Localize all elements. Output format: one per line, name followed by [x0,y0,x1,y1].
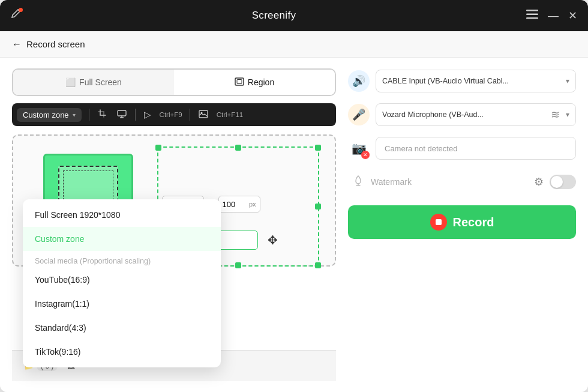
svg-rect-0 [526,10,538,11]
watermark-label: Watermark [371,177,528,187]
left-panel: ⬜ Full Screen Region Custom zone [12,68,336,381]
dropdown-item-instagram[interactable]: Instagram(1:1) [23,292,221,316]
speaker-icon: 🔊 [348,70,370,92]
region-tab-label: Region [248,77,274,87]
sub-header-title: Record screen [26,39,85,49]
zone-dropdown[interactable]: Custom zone ▾ [17,108,82,122]
menu-icon[interactable] [526,10,538,22]
mic-device-select[interactable]: Vozard Microphone (VB-Aud... ≋ ▾ [376,103,576,126]
mode-tabs: ⬜ Full Screen Region [12,68,336,96]
dropdown-item-youtube[interactable]: YouTube(16:9) [23,268,221,292]
handle-top-mid[interactable] [235,145,241,151]
crop-icon[interactable] [94,107,111,123]
dropdown-item-fullscreen[interactable]: Full Screen 1920*1080 [23,203,221,227]
mic-chevron: ▾ [566,110,569,119]
minimize-button[interactable]: — [548,10,559,21]
main-content: ⬜ Full Screen Region Custom zone [0,58,588,392]
svg-rect-5 [118,110,126,116]
right-panel: 🔊 CABLE Input (VB-Audio Virtual Cabl... … [348,68,576,381]
camera-icon-wrap: 📷 ✕ [348,137,370,159]
toolbar-separator-2 [135,109,136,121]
image-icon[interactable] [195,107,212,122]
record-button[interactable]: Record [348,205,576,239]
dropdown-item-tiktok[interactable]: TikTok(9:16) [23,340,221,364]
monitor-icon[interactable] [113,107,130,122]
edit-icon[interactable] [11,9,22,23]
watermark-icon [352,174,365,190]
title-bar-controls: — ✕ [526,10,577,22]
shortcut-f11: Ctrl+F11 [214,111,245,118]
svg-rect-2 [526,17,538,19]
height-input[interactable]: 100 px [218,196,260,213]
mic-icon: 🎤 [348,104,370,125]
fullscreen-tab-icon: ⬜ [65,77,76,87]
watermark-settings-icon[interactable]: ⚙ [534,175,544,188]
audio-chevron: ▾ [566,77,569,85]
region-tab-icon [235,77,244,88]
record-label: Record [453,216,494,229]
shortcut-f9: Ctrl+F9 [157,111,185,118]
title-bar-left [11,9,22,23]
dropdown-item-custom[interactable]: Custom zone [23,227,221,251]
toolbar: Custom zone ▾ ▷ [12,103,336,126]
svg-rect-1 [526,13,538,15]
watermark-row: Watermark ⚙ [348,169,576,194]
app-window: Screenify — ✕ ← Record screen ⬜ [0,0,588,392]
audio-device-row: 🔊 CABLE Input (VB-Audio Virtual Cabl... … [348,68,576,94]
dropdown-menu: Full Screen 1920*1080 Custom zone Social… [23,199,221,367]
camera-label: Camera not detected [385,144,457,153]
move-icon[interactable]: ✥ [268,233,278,247]
handle-bottom-mid[interactable] [235,262,241,268]
handle-top-right[interactable] [315,145,321,151]
camera-row: 📷 ✕ Camera not detected [348,136,576,161]
play-icon[interactable]: ▷ [140,107,155,122]
zone-dropdown-chevron: ▾ [73,112,76,118]
camera-button[interactable]: Camera not detected [376,137,576,160]
tab-fullscreen[interactable]: ⬜ Full Screen [13,70,174,95]
zone-dropdown-label: Custom zone [23,110,69,119]
dropdown-section-social: Social media (Proportional scaling) [23,251,221,268]
toolbar-separator-1 [89,109,89,121]
mic-device-row: 🎤 Vozard Microphone (VB-Aud... ≋ ▾ [348,102,576,127]
record-icon [430,214,447,231]
toolbar-separator-3 [190,109,190,121]
handle-bottom-right[interactable] [315,262,321,268]
handle-top-left[interactable] [155,145,161,151]
camera-error-icon: ✕ [361,151,370,159]
toggle-knob [551,176,563,188]
mic-wave-icon: ≋ [551,108,560,121]
sub-header: ← Record screen [0,31,588,58]
notification-dot [19,8,23,12]
mic-device-value: Vozard Microphone (VB-Aud... [382,110,548,119]
handle-mid-right[interactable] [315,204,321,210]
audio-device-value: CABLE Input (VB-Audio Virtual Cabl... [382,77,562,85]
back-button[interactable]: ← [12,39,22,50]
title-bar: Screenify — ✕ [0,0,588,31]
audio-device-select[interactable]: CABLE Input (VB-Audio Virtual Cabl... ▾ [376,70,576,92]
close-button[interactable]: ✕ [568,10,577,21]
tab-region[interactable]: Region [174,70,335,95]
fullscreen-tab-label: Full Screen [79,77,122,87]
app-title: Screenify [252,10,296,22]
dropdown-item-standard[interactable]: Standard(4:3) [23,316,221,340]
watermark-toggle[interactable] [550,175,576,189]
svg-rect-4 [237,79,242,83]
svg-rect-3 [235,78,244,85]
